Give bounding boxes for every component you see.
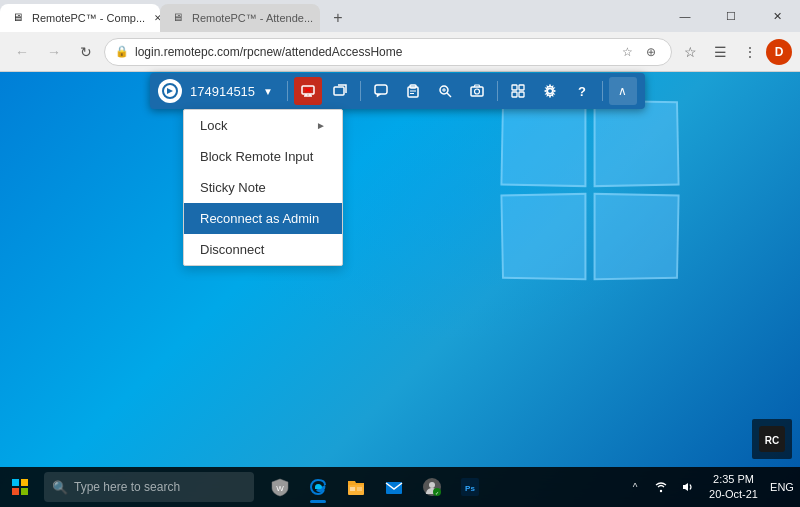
menu-item-sticky-label: Sticky Note [200,180,266,195]
address-icons: ☆ ⊕ [617,42,661,62]
svg-rect-22 [519,92,524,97]
svg-rect-19 [512,85,517,90]
browser-window: 🖥 RemotePC™ - Comp... ✕ 🖥 RemotePC™ - At… [0,0,800,72]
svg-point-18 [474,89,479,94]
minimize-button[interactable]: — [662,0,708,32]
new-window-button[interactable] [326,77,354,105]
tray-network[interactable] [649,469,673,505]
desktop: 🖥 RemotePC™ - Comp... ✕ 🖥 RemotePC™ - At… [0,0,800,507]
menu-item-lock[interactable]: Lock ► [184,110,342,141]
svg-point-41 [660,490,662,492]
session-dropdown-arrow[interactable]: ▼ [263,86,273,97]
menu-item-disconnect-label: Disconnect [200,242,264,257]
menu-item-disconnect[interactable]: Disconnect [184,234,342,265]
taskbar-explorer[interactable] [338,469,374,505]
svg-text:W: W [276,484,284,493]
tab-1-favicon: 🖥 [12,11,26,25]
star-icon[interactable]: ☆ [617,42,637,62]
svg-rect-34 [386,482,402,494]
svg-rect-17 [471,87,483,96]
taskbar-tray: ^ 2:35 PM 20-Oct-21 ENG [623,469,800,505]
svg-rect-7 [334,87,344,95]
zoom-button[interactable] [431,77,459,105]
browser-titlebar: 🖥 RemotePC™ - Comp... ✕ 🖥 RemotePC™ - At… [0,0,800,32]
start-button[interactable] [0,467,40,507]
browser-tab-2[interactable]: 🖥 RemotePC™ - Attende... ✕ [160,4,320,32]
close-button[interactable]: ✕ [754,0,800,32]
toolbar-extras: ☆ ☰ ⋮ D [676,38,792,66]
tray-lang[interactable]: ENG [768,469,796,505]
browser-toolbar: ← → ↻ 🔒 login.remotepc.com/rpcnew/attend… [0,32,800,72]
menu-arrow-lock: ► [316,120,326,131]
browser-tab-1[interactable]: 🖥 RemotePC™ - Comp... ✕ [0,4,160,32]
clipboard-button[interactable] [399,77,427,105]
extensions-icon[interactable]: ⊕ [641,42,661,62]
menu-item-sticky-note[interactable]: Sticky Note [184,172,342,203]
svg-rect-20 [519,85,524,90]
svg-line-14 [447,93,451,97]
svg-rect-33 [357,487,362,491]
taskbar-security[interactable]: W [262,469,298,505]
svg-rect-32 [350,487,355,491]
tab-1-label: RemotePC™ - Comp... [32,12,145,24]
menu-item-reconnect-admin[interactable]: Reconnect as Admin [184,203,342,234]
context-menu: Lock ► Block Remote Input Sticky Note Re… [183,109,343,266]
taskbar: 🔍 Type here to search W [0,467,800,507]
profile-button[interactable]: D [766,39,792,65]
svg-rect-21 [512,92,517,97]
session-id: 174914515 [190,84,255,99]
search-placeholder: Type here to search [74,480,180,494]
tab-2-close[interactable]: ✕ [319,11,320,25]
svg-text:✓: ✓ [435,490,439,496]
svg-rect-27 [21,479,28,486]
expand-toolbar-button[interactable]: ∧ [609,77,637,105]
svg-text:Ps: Ps [465,484,475,493]
toolbar-separator-3 [497,81,498,101]
tray-date: 20-Oct-21 [709,487,758,502]
reload-button[interactable]: ↻ [72,38,100,66]
windows-logo [500,100,680,280]
browser-tabs: 🖥 RemotePC™ - Comp... ✕ 🖥 RemotePC™ - At… [0,0,352,32]
tray-chevron[interactable]: ^ [623,469,647,505]
screenshot-button[interactable] [463,77,491,105]
svg-point-36 [429,482,435,488]
svg-rect-8 [375,85,387,94]
settings-button[interactable] [536,77,564,105]
taskbar-search[interactable]: 🔍 Type here to search [44,472,254,502]
taskbar-apps: W [262,469,488,505]
svg-text:RC: RC [765,435,779,446]
help-button[interactable]: ? [568,77,596,105]
disconnect-monitor-button[interactable] [294,77,322,105]
favorites-button[interactable]: ☆ [676,38,704,66]
taskbar-profile[interactable]: ✓ [414,469,450,505]
taskbar-mail[interactable] [376,469,412,505]
tray-clock[interactable]: 2:35 PM 20-Oct-21 [701,469,766,505]
monitor-layout-button[interactable] [504,77,532,105]
chat-button[interactable] [367,77,395,105]
tray-time: 2:35 PM [713,472,754,487]
tab-2-favicon: 🖥 [172,11,186,25]
menu-item-block-input[interactable]: Block Remote Input [184,141,342,172]
tray-sound[interactable] [675,469,699,505]
maximize-button[interactable]: ☐ [708,0,754,32]
menu-item-lock-label: Lock [200,118,227,133]
toolbar-separator-4 [602,81,603,101]
forward-button[interactable]: → [40,38,68,66]
svg-rect-28 [12,488,19,495]
taskbar-edge[interactable] [300,469,336,505]
taskbar-photoshop[interactable]: Ps [452,469,488,505]
search-icon: 🔍 [52,480,68,495]
svg-rect-29 [21,488,28,495]
toolbar-separator-2 [360,81,361,101]
back-button[interactable]: ← [8,38,36,66]
lock-icon: 🔒 [115,45,129,58]
svg-point-23 [547,89,552,94]
menu-button[interactable]: ⋮ [736,38,764,66]
window-controls: — ☐ ✕ [662,0,800,32]
tab-2-label: RemotePC™ - Attende... [192,12,313,24]
address-bar[interactable]: 🔒 login.remotepc.com/rpcnew/attendedAcce… [104,38,672,66]
tab-1-close[interactable]: ✕ [151,11,160,25]
new-tab-button[interactable]: + [324,4,352,32]
menu-item-block-label: Block Remote Input [200,149,313,164]
collections-button[interactable]: ☰ [706,38,734,66]
